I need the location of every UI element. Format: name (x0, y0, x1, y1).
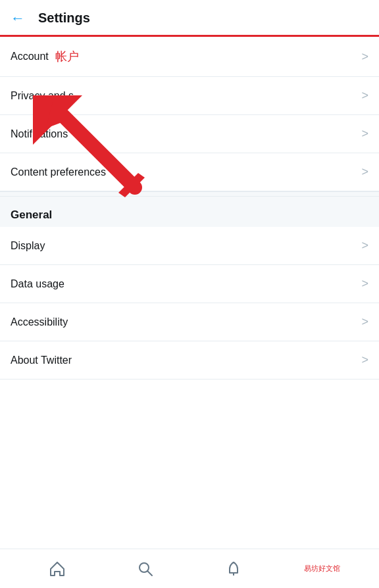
watermark-text: 易坊好文馆 (304, 564, 340, 574)
account-item[interactable]: Account 帐户 > (0, 37, 379, 77)
account-label: Account (11, 51, 49, 62)
account-section: Account 帐户 > Privacy and s > Notificatio… (0, 37, 379, 191)
privacy-chevron: > (361, 89, 368, 103)
about-label: About Twitter (11, 355, 72, 366)
privacy-label: Privacy and s (11, 90, 74, 102)
notifications-nav-button[interactable] (215, 554, 252, 583)
privacy-item[interactable]: Privacy and s > (0, 77, 379, 115)
account-chevron: > (361, 50, 368, 64)
notifications-chevron: > (361, 127, 368, 141)
notifications-item[interactable]: Notifications > (0, 115, 379, 153)
general-section-header: General (0, 197, 379, 227)
display-chevron: > (361, 239, 368, 253)
data-usage-chevron: > (361, 277, 368, 291)
section-divider (0, 191, 379, 197)
data-usage-item[interactable]: Data usage > (0, 265, 379, 303)
accessibility-chevron: > (361, 315, 368, 329)
about-chevron: > (361, 353, 368, 367)
account-chinese-label: 帐户 (55, 49, 79, 64)
display-label: Display (11, 240, 45, 252)
home-nav-button[interactable] (39, 554, 76, 583)
bottom-navigation: 易坊好文馆 (0, 549, 379, 588)
general-section: General Display > Data usage > Accessibi… (0, 197, 379, 380)
page-title: Settings (38, 11, 90, 26)
content-item[interactable]: Content preferences > (0, 153, 379, 191)
app-header: ← Settings (0, 0, 379, 37)
display-item[interactable]: Display > (0, 227, 379, 265)
notifications-label: Notifications (11, 128, 68, 140)
back-button[interactable]: ← (11, 10, 25, 27)
data-usage-label: Data usage (11, 278, 64, 290)
accessibility-item[interactable]: Accessibility > (0, 303, 379, 341)
accessibility-label: Accessibility (11, 316, 68, 328)
about-item[interactable]: About Twitter > (0, 341, 379, 380)
svg-line-5 (148, 571, 153, 576)
content-chevron: > (361, 165, 368, 179)
content-label: Content preferences (11, 166, 106, 178)
bell-icon (224, 560, 243, 578)
search-icon (136, 560, 155, 578)
watermark-item: 易坊好文馆 (303, 554, 340, 583)
search-nav-button[interactable] (127, 554, 164, 583)
home-icon (48, 560, 66, 578)
